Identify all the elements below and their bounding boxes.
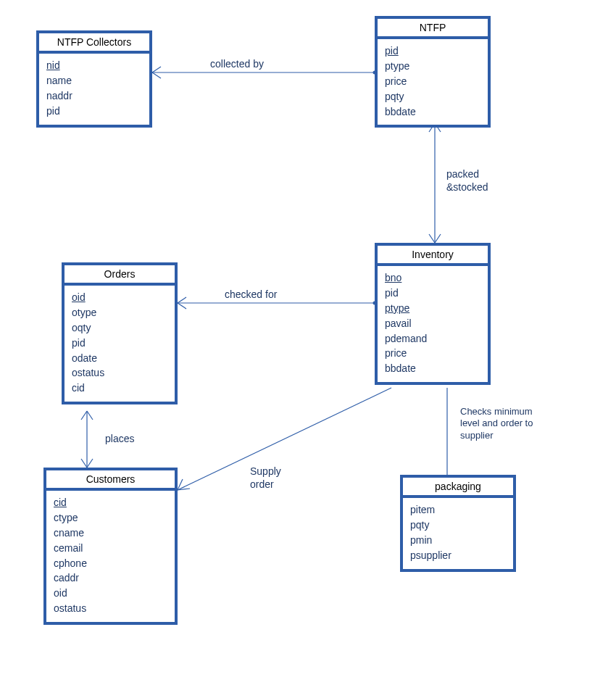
rel-places: places	[105, 433, 134, 446]
entity-packaging: packaging pitem pqty pmin psupplier	[400, 475, 516, 572]
svg-line-17	[87, 459, 93, 468]
attr-bbdate: bbdate	[385, 104, 480, 120]
svg-line-10	[178, 297, 186, 303]
attr-cname: cname	[54, 526, 167, 541]
entity-title: Orders	[64, 265, 175, 286]
entity-orders: Orders oid otype oqty pid odate ostatus …	[62, 262, 178, 404]
entity-ntfp-collectors: NTFP Collectors nid name naddr pid	[36, 30, 152, 128]
attr-caddr: caddr	[54, 570, 167, 586]
attr-bno: bno	[385, 270, 480, 286]
attr-oid: oid	[72, 290, 167, 305]
attr-pitem: pitem	[410, 502, 506, 518]
entity-attrs: cid ctype cname cemail cphone caddr oid …	[46, 491, 175, 622]
attr-nid: nid	[46, 58, 142, 73]
svg-line-19	[178, 489, 190, 490]
entity-title: packaging	[403, 478, 513, 498]
rel-supply-order: Supply order	[250, 465, 281, 491]
svg-line-8	[435, 234, 441, 243]
entity-attrs: pid ptype price pqty bbdate	[378, 39, 488, 125]
attr-pid: pid	[46, 104, 142, 119]
attr-pqty: pqty	[410, 518, 506, 533]
attr-ostatus: ostatus	[54, 601, 167, 616]
svg-line-16	[81, 459, 87, 468]
attr-pid: pid	[72, 336, 167, 351]
attr-pavail: pavail	[385, 316, 480, 331]
attr-pid: pid	[385, 43, 480, 59]
attr-cphone: cphone	[54, 556, 167, 571]
svg-line-2	[152, 72, 161, 78]
attr-odate: odate	[72, 351, 167, 366]
entity-customers: Customers cid ctype cname cemail cphone …	[43, 468, 178, 625]
attr-ostatus: ostatus	[72, 365, 167, 381]
rel-packed-stocked: packed &stocked	[446, 168, 488, 194]
attr-cemail: cemail	[54, 541, 167, 556]
svg-line-1	[152, 67, 161, 72]
svg-line-14	[81, 411, 87, 420]
attr-naddr: naddr	[46, 88, 142, 104]
svg-line-11	[178, 303, 186, 309]
attr-psupplier: psupplier	[410, 548, 506, 563]
attr-oqty: oqty	[72, 320, 167, 336]
entity-title: NTFP	[378, 19, 488, 39]
attr-ctype: ctype	[54, 510, 167, 526]
attr-pdemand: pdemand	[385, 331, 480, 346]
entity-title: Customers	[46, 470, 175, 491]
attr-cid: cid	[54, 495, 167, 510]
attr-bbdate: bbdate	[385, 361, 480, 376]
attr-price: price	[385, 74, 480, 89]
attr-price: price	[385, 346, 480, 361]
attr-otype: otype	[72, 305, 167, 320]
svg-line-15	[87, 411, 93, 420]
entity-ntfp: NTFP pid ptype price pqty bbdate	[375, 16, 491, 128]
attr-name: name	[46, 73, 142, 88]
attr-cid: cid	[72, 381, 167, 396]
svg-line-20	[178, 479, 183, 490]
er-diagram: NTFP Collectors nid name naddr pid NTFP …	[0, 0, 616, 685]
svg-line-18	[178, 388, 391, 490]
attr-pmin: pmin	[410, 533, 506, 548]
entity-attrs: pitem pqty pmin psupplier	[403, 498, 513, 569]
entity-attrs: nid name naddr pid	[39, 54, 149, 125]
attr-oid: oid	[54, 586, 167, 601]
attr-ptype: ptype	[385, 59, 480, 74]
entity-attrs: bno pid ptype pavail pdemand price bbdat…	[378, 266, 488, 382]
attr-pqty: pqty	[385, 89, 480, 104]
svg-line-7	[429, 234, 435, 243]
rel-checks-minimum: Checks minimum level and order to suppli…	[460, 406, 536, 441]
rel-collected-by: collected by	[210, 58, 264, 71]
entity-title: Inventory	[378, 246, 488, 266]
attr-ptype: ptype	[385, 301, 480, 316]
entity-inventory: Inventory bno pid ptype pavail pdemand p…	[375, 243, 491, 385]
entity-attrs: oid otype oqty pid odate ostatus cid	[64, 286, 175, 402]
attr-pid: pid	[385, 286, 480, 301]
rel-checked-for: checked for	[225, 288, 277, 302]
entity-title: NTFP Collectors	[39, 33, 149, 54]
